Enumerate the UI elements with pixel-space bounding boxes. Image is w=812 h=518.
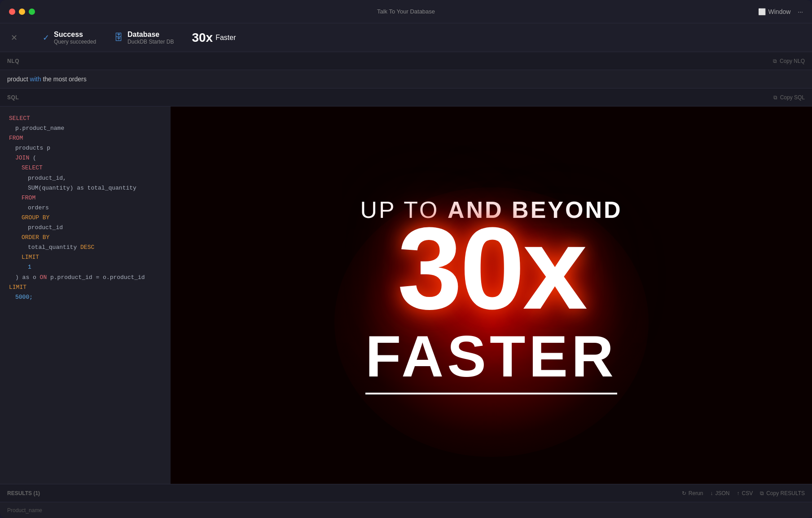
window-label: Window: [768, 8, 791, 15]
sql-line: SUM(quantity) as total_quantity: [9, 183, 162, 193]
titlebar-actions: ⬜ Window ···: [758, 8, 803, 15]
database-info: 🗄 Database DuckDB Starter DB: [114, 31, 174, 45]
success-label: Success: [54, 31, 96, 39]
success-status: ✓ Success Query succeeded: [43, 31, 96, 45]
copy-nlq-label: Copy NLQ: [780, 58, 805, 64]
window-title: Talk To Your Database: [377, 8, 435, 15]
window-icon: ⬜: [758, 8, 766, 15]
sql-line: SELECT: [9, 163, 162, 173]
header-close-button[interactable]: ✕: [11, 33, 18, 43]
status-text: Success Query succeeded: [54, 31, 96, 45]
nlq-label: NLQ: [7, 58, 19, 64]
main-content: SELECT p.product_name FROM products p JO…: [0, 106, 812, 484]
window-title-text: Talk To Your Database: [377, 8, 435, 15]
speed-number: 30x: [192, 31, 213, 45]
sql-line: orders: [9, 203, 162, 213]
faster-text: FASTER: [365, 323, 617, 394]
results-table-header: Product_name: [0, 502, 812, 518]
close-button[interactable]: [9, 9, 15, 15]
sql-line: LIMIT: [9, 283, 162, 292]
sql-line: LIMIT: [9, 252, 162, 262]
copy-sql-button[interactable]: ⧉ Copy SQL: [773, 94, 805, 101]
query-succeeded-text: Query succeeded: [54, 39, 96, 45]
rerun-button[interactable]: ↻ Rerun: [682, 490, 703, 496]
sql-line: products p: [9, 143, 162, 153]
database-icon: 🗄: [114, 32, 123, 43]
sql-line: ) as o ON p.product_id = o.product_id: [9, 273, 162, 283]
copy-sql-label: Copy SQL: [780, 94, 805, 101]
sql-line: product_id: [9, 223, 162, 233]
window-button[interactable]: ⬜ Window: [758, 8, 791, 15]
more-icon: ···: [798, 8, 803, 15]
copy-icon: ⧉: [773, 58, 777, 64]
sql-line: GROUP BY: [9, 213, 162, 223]
header-bar: ✕ ✓ Success Query succeeded 🗄 Database D…: [0, 23, 812, 52]
speed-suffix: Faster: [215, 34, 236, 42]
sql-line: p.product_name: [9, 124, 162, 133]
sql-line: JOIN (: [9, 153, 162, 163]
nlq-highlight-text: with: [30, 75, 41, 83]
json-button[interactable]: ↓ JSON: [710, 490, 729, 496]
database-label: Database: [127, 31, 174, 39]
results-bar: RESULTS (1) ↻ Rerun ↓ JSON ↑ CSV ⧉ Copy …: [0, 484, 812, 502]
traffic-lights: [9, 9, 35, 15]
nlq-content: product with the most orders: [0, 70, 812, 89]
sql-line: FROM: [9, 133, 162, 143]
marketing-overlay: UP TO AND BEYOND 30x FASTER: [171, 106, 812, 484]
sql-line: 1: [9, 262, 162, 272]
maximize-button[interactable]: [29, 9, 35, 15]
nlq-plain-text: product: [7, 75, 30, 83]
column-header: Product_name: [7, 507, 42, 514]
more-button[interactable]: ···: [798, 8, 803, 15]
speed-badge: 30x Faster: [192, 31, 236, 45]
nlq-bar: NLQ ⧉ Copy NLQ: [0, 52, 812, 70]
copy-nlq-button[interactable]: ⧉ Copy NLQ: [773, 58, 805, 64]
nlq-rest-text: the most orders: [41, 75, 87, 83]
database-name: DuckDB Starter DB: [127, 39, 174, 45]
sql-line: product_id,: [9, 173, 162, 183]
minimize-button[interactable]: [19, 9, 25, 15]
copy-results-button[interactable]: ⧉ Copy RESULTS: [760, 490, 805, 496]
sql-code-panel[interactable]: SELECT p.product_name FROM products p JO…: [0, 106, 171, 484]
sql-line: FROM: [9, 193, 162, 203]
db-text: Database DuckDB Starter DB: [127, 31, 174, 45]
sql-bar: SQL ⧉ Copy SQL: [0, 89, 812, 106]
app-window: Talk To Your Database ⬜ Window ··· ✕ ✓ S…: [0, 0, 812, 518]
results-label: RESULTS (1): [7, 490, 40, 496]
big-number: 30x: [397, 219, 585, 318]
results-actions: ↻ Rerun ↓ JSON ↑ CSV ⧉ Copy RESULTS: [682, 490, 805, 496]
copy-sql-icon: ⧉: [773, 94, 777, 101]
csv-button[interactable]: ↑ CSV: [737, 490, 753, 496]
sql-line: total_quantity DESC: [9, 243, 162, 252]
check-icon: ✓: [43, 33, 49, 43]
sql-line: 5000;: [9, 292, 162, 302]
titlebar: Talk To Your Database ⬜ Window ···: [0, 0, 812, 23]
sql-line: SELECT: [9, 114, 162, 124]
sql-line: ORDER BY: [9, 233, 162, 243]
sql-label: SQL: [7, 94, 19, 101]
